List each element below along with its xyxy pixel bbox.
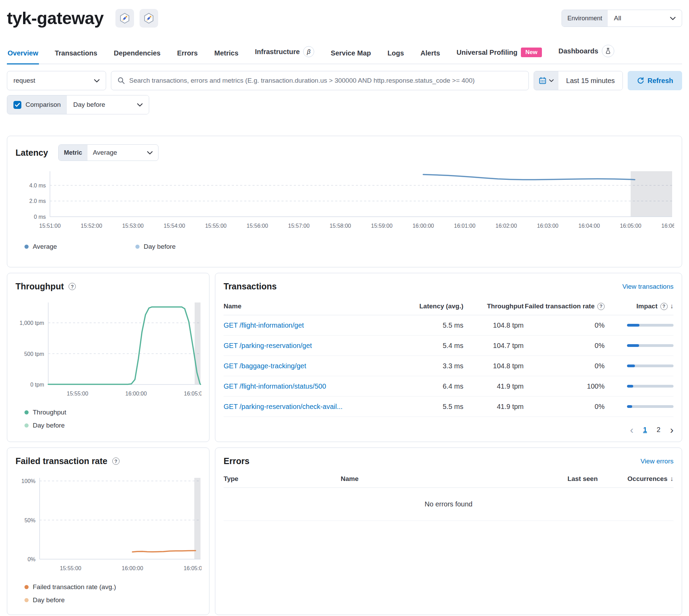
legend-item[interactable]: Failed transaction rate (avg.) <box>24 583 201 591</box>
legend-dot-icon <box>135 245 140 249</box>
transaction-link[interactable]: GET /flight-information/status/500 <box>224 382 326 390</box>
svg-text:16:01:00: 16:01:00 <box>454 223 475 229</box>
legend-item[interactable]: Day before <box>135 243 246 250</box>
transactions-panel: Transactions View transactions Name Late… <box>215 273 682 442</box>
svg-text:15:52:00: 15:52:00 <box>81 223 102 229</box>
tab-metrics[interactable]: Metrics <box>214 47 239 64</box>
search-input[interactable] <box>129 77 522 84</box>
page-header: tyk-gateway <box>7 0 682 28</box>
legend-item[interactable]: Throughput <box>24 409 201 416</box>
throughput-help-icon[interactable]: ? <box>69 283 76 290</box>
view-transactions-link[interactable]: View transactions <box>622 283 673 290</box>
svg-text:16:00:00: 16:00:00 <box>125 391 147 397</box>
column-occurrences[interactable]: Occurrences ↓ <box>598 475 673 483</box>
table-row: GET /parking-reservation/get5.4 ms104.7 … <box>224 336 673 356</box>
refresh-icon <box>637 77 644 84</box>
time-range-button[interactable]: Last 15 minutes <box>558 71 622 90</box>
legend-item[interactable]: Average <box>24 243 135 250</box>
comparison-select[interactable]: Day before <box>67 95 149 114</box>
environment-select[interactable]: Environment All <box>562 10 682 27</box>
transaction-link[interactable]: GET /baggage-tracking/get <box>224 362 306 370</box>
latency-chart: 0 ms2.0 ms4.0 ms15:51:0015:52:0015:53:00… <box>16 168 673 234</box>
tab-dependencies[interactable]: Dependencies <box>113 47 161 64</box>
impact-bar <box>627 324 673 327</box>
comparison-label: Comparison <box>25 101 61 109</box>
errors-table-header: Type Name Last seen Occurrences ↓ <box>224 470 673 488</box>
transactions-panel-title: Transactions <box>224 281 277 291</box>
transaction-link[interactable]: GET /parking-reservation/check-avail... <box>224 403 342 411</box>
column-latency: Latency (avg.) <box>412 302 463 310</box>
svg-text:16:05:00: 16:05:00 <box>184 565 202 571</box>
svg-text:0%: 0% <box>28 556 35 562</box>
latency-panel: Latency Metric Average 0 ms2.0 ms4.0 ms1… <box>7 136 682 267</box>
metric-value: Average <box>93 149 117 156</box>
tab-transactions[interactable]: Transactions <box>54 47 98 64</box>
calendar-icon <box>539 77 546 84</box>
impact-bar <box>627 344 673 347</box>
filter-bar: request <box>7 71 682 90</box>
query-type-select[interactable]: request <box>7 71 106 90</box>
search-box <box>111 71 529 90</box>
tab-infrastructure[interactable]: Infrastructureβ <box>254 44 315 64</box>
page-number-1[interactable]: 1 <box>643 426 647 434</box>
query-type-value: request <box>13 77 35 84</box>
latency-metric-select[interactable]: Metric Average <box>58 144 158 161</box>
prev-page-icon[interactable]: ‹ <box>630 427 634 433</box>
svg-text:50%: 50% <box>24 517 35 523</box>
legend-item[interactable]: Day before <box>24 596 201 604</box>
column-name: Name <box>224 302 412 310</box>
latency-value: 3.3 ms <box>412 362 463 370</box>
column-failed-rate: Failed transaction rate ? <box>524 302 605 310</box>
agent-hexagon-badge[interactable] <box>140 9 158 28</box>
legend-item[interactable]: Day before <box>24 422 201 429</box>
svg-text:500 tpm: 500 tpm <box>24 351 44 357</box>
transaction-link[interactable]: GET /parking-reservation/get <box>224 342 312 350</box>
page-number-2[interactable]: 2 <box>657 426 660 434</box>
column-last-seen: Last seen <box>501 475 598 483</box>
svg-text:15:56:00: 15:56:00 <box>247 223 268 229</box>
checkmark-icon <box>15 103 20 107</box>
tab-dashboards[interactable]: Dashboards <box>558 43 615 64</box>
date-picker-calendar-button[interactable] <box>534 71 558 90</box>
svg-text:15:59:00: 15:59:00 <box>371 223 392 229</box>
column-impact[interactable]: Impact ? ↓ <box>605 302 673 310</box>
failed-rate-chart: 0%50%100%15:55:0016:00:0016:05:00 <box>16 474 201 577</box>
nav-tabs: OverviewTransactionsDependenciesErrorsMe… <box>7 43 682 64</box>
table-row: GET /baggage-tracking/get3.3 ms104.8 tpm… <box>224 356 673 376</box>
apm-service-overview-page: tyk-gateway <box>0 0 689 615</box>
impact-help-icon[interactable]: ? <box>660 303 668 310</box>
beta-badge: β <box>303 46 314 57</box>
column-throughput: Throughput <box>463 302 524 310</box>
latency-value: 5.4 ms <box>412 342 463 350</box>
transaction-link[interactable]: GET /flight-information/get <box>224 321 304 329</box>
chevron-down-icon <box>147 151 153 154</box>
tab-logs[interactable]: Logs <box>387 47 405 64</box>
tab-service-map[interactable]: Service Map <box>330 47 372 64</box>
view-errors-link[interactable]: View errors <box>640 458 673 465</box>
next-page-icon[interactable]: › <box>670 427 673 433</box>
comparison-toggle[interactable]: Comparison <box>7 95 67 114</box>
tab-alerts[interactable]: Alerts <box>420 47 441 64</box>
throughput-legend: ThroughputDay before <box>24 409 201 429</box>
failed-rate-help-icon[interactable]: ? <box>597 303 605 310</box>
svg-text:16:06:00: 16:06:00 <box>661 223 674 229</box>
comparison-checkbox[interactable] <box>13 101 21 109</box>
refresh-label: Refresh <box>648 77 673 85</box>
agent-hexagon-icon <box>143 12 155 24</box>
column-error-name: Name <box>341 475 501 483</box>
svg-text:15:51:00: 15:51:00 <box>39 223 61 229</box>
failed-rate-value: 0% <box>524 342 605 350</box>
table-row: GET /parking-reservation/check-avail...5… <box>224 397 673 417</box>
tab-errors[interactable]: Errors <box>176 47 198 64</box>
legend-dot-icon <box>24 585 29 589</box>
failed-rate-panel-help-icon[interactable]: ? <box>112 458 120 465</box>
refresh-button[interactable]: Refresh <box>628 71 682 90</box>
tab-overview[interactable]: Overview <box>7 47 39 64</box>
svg-text:15:57:00: 15:57:00 <box>288 223 309 229</box>
failed-rate-legend: Failed transaction rate (avg.)Day before <box>24 583 201 604</box>
transactions-table: Name Latency (avg.) Throughput Failed tr… <box>224 299 673 417</box>
tab-universal-profiling[interactable]: Universal ProfilingNew <box>456 45 543 64</box>
failed-rate-value: 100% <box>524 382 605 390</box>
agent-hexagon-badge[interactable] <box>115 9 134 28</box>
svg-text:16:05:00: 16:05:00 <box>620 223 641 229</box>
